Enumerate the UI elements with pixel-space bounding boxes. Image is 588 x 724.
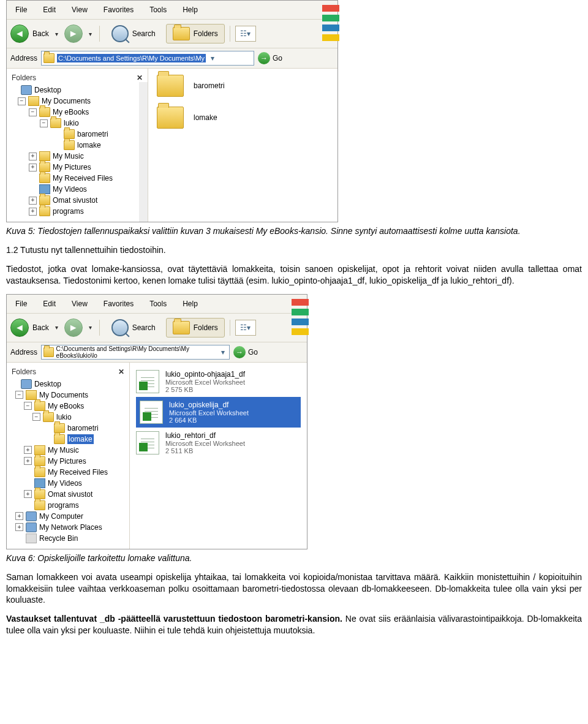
expand-icon[interactable]: + [29, 164, 37, 172]
collapse-icon[interactable]: − [40, 119, 48, 127]
collapse-icon[interactable]: − [24, 402, 32, 410]
forward-button-icon[interactable]: ► [64, 25, 83, 43]
back-button-icon[interactable]: ◄ [10, 25, 29, 43]
recycle-bin-icon [26, 534, 37, 543]
folders-button[interactable]: Folders [166, 24, 225, 43]
folder-icon [50, 118, 61, 128]
go-button[interactable]: → Go [233, 346, 258, 358]
menu-view[interactable]: View [66, 4, 94, 15]
tree-mypictures[interactable]: +My Pictures [7, 162, 148, 173]
tree-myebooks[interactable]: −My eBooks [7, 107, 148, 118]
tree-myebooks[interactable]: −My eBooks [7, 401, 129, 412]
collapse-icon[interactable]: − [29, 108, 37, 116]
tree-myvideos[interactable]: My Videos [7, 478, 129, 489]
address-input[interactable]: C:\Documents and Settings\R\My Documents… [41, 345, 230, 360]
expand-icon[interactable]: + [24, 446, 32, 454]
views-button[interactable]: ☷▾ [235, 26, 256, 42]
tree-programs[interactable]: programs [7, 500, 129, 511]
close-folders-pane-icon[interactable]: ✕ [137, 74, 143, 82]
expand-icon[interactable]: + [15, 512, 23, 520]
vertical-scrollbar[interactable] [139, 82, 148, 222]
collapse-icon[interactable]: − [32, 413, 40, 421]
expand-icon[interactable]: + [15, 523, 23, 531]
tree-mynetwork[interactable]: +My Network Places [7, 522, 129, 533]
tree-lukio[interactable]: −lukio [7, 118, 148, 129]
expand-icon[interactable]: + [29, 197, 37, 205]
menu-tools[interactable]: Tools [143, 4, 173, 15]
folder-item-barometri[interactable]: barometri [157, 75, 329, 97]
go-button[interactable]: → Go [258, 52, 282, 64]
menu-favorites[interactable]: Favorites [97, 298, 140, 309]
collapse-icon[interactable]: − [18, 97, 26, 105]
tree-lomake[interactable]: lomake [7, 140, 148, 151]
tree-mycomputer[interactable]: +My Computer [7, 511, 129, 522]
menu-file[interactable]: File [9, 298, 33, 309]
collapse-icon[interactable]: − [15, 391, 23, 399]
tree-myreceived[interactable]: My Received Files [7, 467, 129, 478]
expand-icon[interactable]: + [29, 208, 37, 216]
back-dropdown-icon[interactable]: ▾ [53, 324, 61, 331]
tree-label: Recycle Bin [39, 534, 78, 543]
menu-view[interactable]: View [66, 298, 94, 309]
expand-icon[interactable]: + [24, 490, 32, 498]
forward-dropdown-icon[interactable]: ▾ [86, 31, 94, 37]
tree-label: My eBooks [48, 402, 84, 410]
tree-myreceived[interactable]: My Received Files [7, 173, 148, 184]
menu-favorites[interactable]: Favorites [97, 4, 140, 15]
tree-omat[interactable]: +Omat sivustot [7, 195, 148, 206]
tree-label: My Videos [53, 185, 87, 194]
expand-icon[interactable]: + [24, 457, 32, 465]
file-item[interactable]: lukio_opinto-ohjaaja1_df Microsoft Excel… [136, 366, 301, 397]
menu-help[interactable]: Help [176, 298, 204, 309]
folder-item-lomake[interactable]: lomake [157, 107, 329, 129]
menu-edit[interactable]: Edit [37, 298, 62, 309]
close-folders-pane-icon[interactable]: ✕ [118, 368, 124, 376]
file-size: 2 664 KB [169, 417, 249, 424]
tree-mymusic[interactable]: +My Music [7, 151, 148, 162]
tree-mydocuments[interactable]: −My Documents [7, 96, 148, 107]
folder-icon [39, 206, 50, 216]
tree-label: My Music [48, 446, 79, 454]
menu-tools[interactable]: Tools [143, 298, 173, 309]
tree-desktop[interactable]: Desktop [7, 379, 129, 390]
file-item[interactable]: lukio_rehtori_df Microsoft Excel Workshe… [136, 428, 301, 458]
tree-barometri[interactable]: barometri [7, 129, 148, 140]
tree-recycle[interactable]: Recycle Bin [7, 533, 129, 544]
folder-icon [43, 412, 54, 422]
back-button-icon[interactable]: ◄ [10, 319, 29, 337]
forward-dropdown-icon[interactable]: ▾ [86, 324, 94, 331]
back-button-label[interactable]: Back [32, 29, 49, 38]
tree-mypictures[interactable]: +My Pictures [7, 456, 129, 467]
search-button[interactable]: Search [105, 22, 162, 45]
tree-programs[interactable]: +programs [7, 206, 148, 217]
tree-desktop[interactable]: Desktop [7, 85, 148, 96]
tree-label: Omat sivustot [53, 196, 97, 205]
tree-barometri[interactable]: barometri [7, 423, 129, 434]
tree-lomake[interactable]: lomake [7, 434, 129, 445]
tree-lukio[interactable]: −lukio [7, 412, 129, 423]
menu-help[interactable]: Help [176, 4, 204, 15]
excel-file-icon [140, 401, 163, 424]
address-dropdown-icon[interactable]: ▾ [208, 54, 217, 62]
tree-mymusic[interactable]: +My Music [7, 445, 129, 456]
file-item-selected[interactable]: lukio_opiskelija_df Microsoft Excel Work… [136, 397, 301, 428]
back-button-label[interactable]: Back [32, 323, 49, 332]
expand-icon[interactable]: + [29, 153, 37, 160]
menu-edit[interactable]: Edit [37, 4, 62, 15]
address-dropdown-icon[interactable]: ▾ [219, 348, 227, 356]
address-bar: Address C:\Documents and Settings\R\My D… [7, 342, 307, 363]
tree-myvideos[interactable]: My Videos [7, 184, 148, 195]
folders-button[interactable]: Folders [166, 318, 225, 337]
search-button[interactable]: Search [105, 316, 162, 339]
figure-caption-6: Kuva 6: Opiskelijoille tarkoitettu lomak… [6, 553, 582, 563]
forward-button-icon[interactable]: ► [64, 319, 83, 337]
views-button[interactable]: ☷▾ [235, 320, 256, 336]
address-input[interactable]: C:\Documents and Settings\R\My Documents… [41, 51, 254, 66]
tree-omat[interactable]: +Omat sivustot [7, 489, 129, 500]
menu-file[interactable]: File [9, 4, 33, 15]
back-dropdown-icon[interactable]: ▾ [53, 31, 61, 37]
explorer-body: Folders ✕ Desktop −My Documents −My eBoo… [7, 69, 337, 222]
folders-pane-title: Folders ✕ [7, 71, 148, 85]
folder-icon [54, 423, 65, 433]
tree-mydocuments[interactable]: −My Documents [7, 390, 129, 401]
